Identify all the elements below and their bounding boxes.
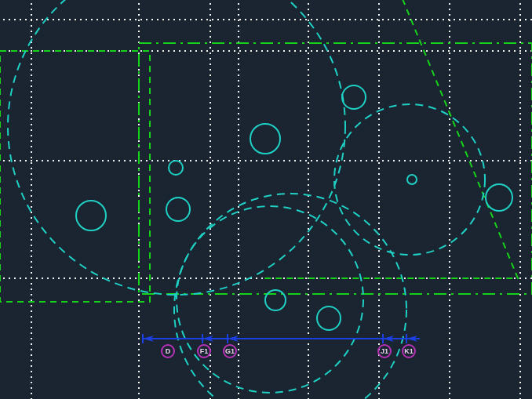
point-label: F1 — [200, 347, 209, 355]
point-label: K1 — [404, 347, 414, 355]
point-label: D — [166, 347, 171, 355]
point-label: J1 — [381, 347, 388, 355]
cad-canvas[interactable]: DF1G1J1K1 — [0, 0, 532, 399]
point-label: G1 — [225, 347, 235, 355]
